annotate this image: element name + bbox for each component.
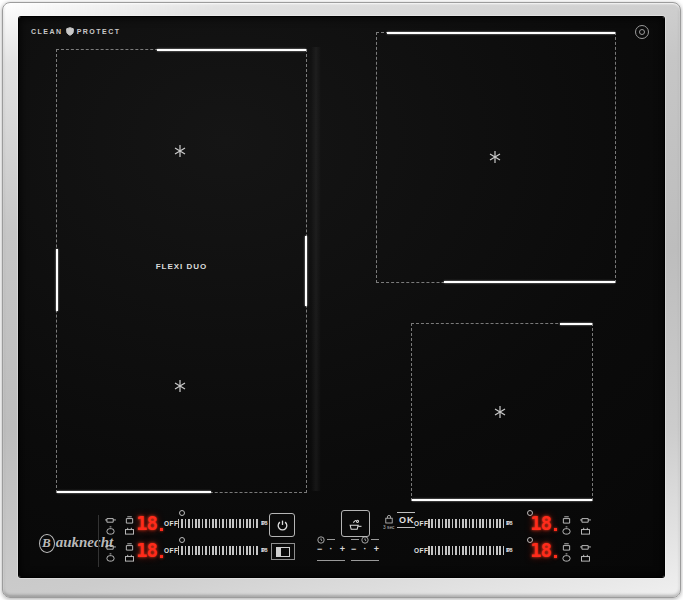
- protect-label: PROTECT: [77, 28, 121, 35]
- power-level-display: 18: [530, 513, 551, 533]
- boost-label: P: [506, 547, 510, 553]
- pot-icon[interactable]: [560, 541, 572, 551]
- slider-off-label: OFF: [414, 520, 429, 527]
- zone-center-icon: [174, 145, 186, 157]
- shield-icon: [66, 27, 74, 36]
- casserole-icon[interactable]: [560, 552, 572, 562]
- glass-reflection: [311, 47, 321, 491]
- zone-center-icon: [494, 406, 506, 418]
- casserole-icon[interactable]: [560, 525, 572, 535]
- bottom-right-cooking-zone: [411, 323, 593, 501]
- grill-pan-icon[interactable]: [579, 552, 591, 562]
- power-level-display: 18: [530, 540, 551, 560]
- clean-label: CLEAN: [31, 28, 63, 35]
- pot-icon[interactable]: [560, 514, 572, 524]
- induction-badge-icon: [635, 25, 649, 39]
- decimal-dot: [554, 555, 557, 558]
- slider-off-label: OFF: [414, 547, 429, 554]
- zone-center-icon: [174, 380, 186, 392]
- power-slider[interactable]: [428, 519, 504, 528]
- decimal-dot: [554, 528, 557, 531]
- preset-icon-grid: [560, 540, 594, 562]
- flexi-duo-label: FLEXI DUO: [57, 262, 306, 271]
- pan-icon[interactable]: [579, 514, 591, 524]
- zone-center-icon: [489, 151, 501, 163]
- stainless-steel-frame: CLEAN PROTECT: [2, 2, 681, 598]
- boost-label: P: [506, 520, 510, 526]
- top-right-cooking-zone: [376, 32, 616, 283]
- pan-icon[interactable]: [579, 541, 591, 551]
- grill-pan-icon[interactable]: [579, 525, 591, 535]
- power-slider[interactable]: [428, 546, 504, 555]
- clean-protect-badge: CLEAN PROTECT: [31, 27, 121, 36]
- glass-cooktop-surface: CLEAN PROTECT: [19, 17, 664, 577]
- flexi-cooking-zone: FLEXI DUO: [56, 49, 307, 493]
- preset-icon-grid: [560, 513, 594, 535]
